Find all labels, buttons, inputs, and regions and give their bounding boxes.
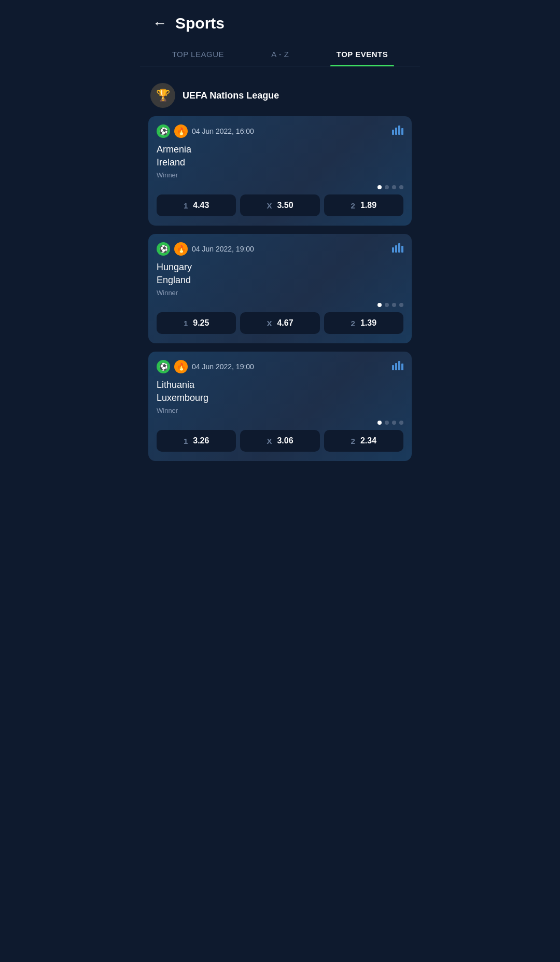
- svg-rect-4: [392, 247, 394, 253]
- svg-rect-3: [401, 128, 403, 135]
- svg-rect-10: [398, 361, 400, 370]
- bet-type: Winner: [157, 407, 403, 414]
- svg-rect-9: [395, 363, 397, 370]
- odds-value-1: 4.43: [193, 201, 209, 210]
- tab-bar: TOP LEAGUE A - Z TOP EVENTS: [140, 43, 420, 66]
- event-meta-left: ⚽ 🔥 04 Jun 2022, 19:00: [157, 242, 254, 256]
- dot-3: [392, 421, 396, 425]
- back-button[interactable]: ←: [152, 16, 167, 31]
- event-card-3: ⚽ 🔥 04 Jun 2022, 19:00 Lithuania Luxembo…: [148, 352, 412, 461]
- odds-btn-3[interactable]: 2 1.39: [324, 312, 403, 334]
- odds-label-3: 2: [351, 437, 355, 445]
- svg-rect-7: [401, 246, 403, 253]
- soccer-icon: ⚽: [157, 242, 170, 256]
- odds-label-3: 2: [351, 319, 355, 328]
- odds-btn-2[interactable]: X 4.67: [240, 312, 319, 334]
- pagination-dots: [157, 421, 403, 425]
- dot-2: [385, 421, 389, 425]
- dot-2: [385, 185, 389, 189]
- odds-btn-3[interactable]: 2 2.34: [324, 430, 403, 452]
- dot-3: [392, 185, 396, 189]
- odds-label-1: 1: [184, 437, 188, 445]
- league-icon: 🏆: [150, 83, 175, 108]
- odds-label-2: X: [267, 319, 272, 328]
- fire-icon: 🔥: [174, 242, 188, 256]
- svg-rect-0: [392, 130, 394, 135]
- fire-icon: 🔥: [174, 360, 188, 373]
- odds-label-1: 1: [184, 201, 188, 210]
- event-meta-left: ⚽ 🔥 04 Jun 2022, 19:00: [157, 360, 254, 373]
- odds-btn-1[interactable]: 1 9.25: [157, 312, 236, 334]
- odds-value-1: 3.26: [193, 436, 209, 445]
- odds-btn-2[interactable]: X 3.50: [240, 194, 319, 216]
- svg-rect-2: [398, 126, 400, 135]
- tab-a-z[interactable]: A - Z: [265, 43, 295, 66]
- odds-row: 1 3.26 X 3.06 2 2.34: [157, 430, 403, 452]
- pagination-dots: [157, 185, 403, 189]
- dot-4: [399, 303, 403, 307]
- odds-label-1: 1: [184, 319, 188, 328]
- event-time: 04 Jun 2022, 19:00: [192, 245, 254, 253]
- odds-btn-1[interactable]: 1 4.43: [157, 194, 236, 216]
- team2-name: Luxembourg: [157, 393, 403, 403]
- odds-row: 1 9.25 X 4.67 2 1.39: [157, 312, 403, 334]
- soccer-icon: ⚽: [157, 124, 170, 138]
- event-meta-left: ⚽ 🔥 04 Jun 2022, 16:00: [157, 124, 254, 138]
- odds-btn-1[interactable]: 1 3.26: [157, 430, 236, 452]
- event-meta: ⚽ 🔥 04 Jun 2022, 19:00: [157, 360, 403, 373]
- tab-top-league[interactable]: TOP LEAGUE: [166, 43, 230, 66]
- svg-rect-5: [395, 245, 397, 253]
- odds-value-2: 4.67: [277, 318, 293, 328]
- dot-3: [392, 303, 396, 307]
- team1-name: Armenia: [157, 144, 403, 155]
- svg-rect-1: [395, 128, 397, 135]
- svg-rect-11: [401, 364, 403, 370]
- tab-top-events[interactable]: TOP EVENTS: [330, 43, 394, 66]
- team2-name: England: [157, 275, 403, 286]
- dot-1: [377, 185, 382, 189]
- dot-1: [377, 421, 382, 425]
- odds-btn-2[interactable]: X 3.06: [240, 430, 319, 452]
- svg-rect-6: [398, 243, 400, 253]
- pagination-dots: [157, 303, 403, 307]
- odds-value-3: 2.34: [360, 436, 376, 445]
- team1-name: Lithuania: [157, 380, 403, 391]
- league-name: UEFA Nations League: [183, 90, 279, 101]
- event-card-1: ⚽ 🔥 04 Jun 2022, 16:00 Armenia Ireland W…: [148, 116, 412, 226]
- dot-1: [377, 303, 382, 307]
- team2-name: Ireland: [157, 157, 403, 168]
- fire-icon: 🔥: [174, 124, 188, 138]
- stats-icon[interactable]: [392, 243, 403, 255]
- odds-value-1: 9.25: [193, 318, 209, 328]
- svg-rect-8: [392, 365, 394, 370]
- event-card-2: ⚽ 🔥 04 Jun 2022, 19:00 Hungary England W…: [148, 234, 412, 343]
- league-header: 🏆 UEFA Nations League: [140, 79, 420, 116]
- page-title: Sports: [175, 15, 225, 32]
- dot-4: [399, 421, 403, 425]
- event-time: 04 Jun 2022, 19:00: [192, 363, 254, 371]
- dot-2: [385, 303, 389, 307]
- soccer-icon: ⚽: [157, 360, 170, 373]
- odds-label-2: X: [267, 201, 272, 210]
- team1-name: Hungary: [157, 262, 403, 273]
- odds-value-2: 3.50: [277, 201, 293, 210]
- dot-4: [399, 185, 403, 189]
- odds-row: 1 4.43 X 3.50 2 1.89: [157, 194, 403, 216]
- bet-type: Winner: [157, 171, 403, 179]
- odds-value-2: 3.06: [277, 436, 293, 445]
- event-meta: ⚽ 🔥 04 Jun 2022, 16:00: [157, 124, 403, 138]
- odds-label-3: 2: [351, 201, 355, 210]
- events-list: ⚽ 🔥 04 Jun 2022, 16:00 Armenia Ireland W…: [140, 116, 420, 461]
- header: ← Sports: [140, 0, 420, 43]
- event-time: 04 Jun 2022, 16:00: [192, 127, 254, 135]
- stats-icon[interactable]: [392, 126, 403, 137]
- event-meta: ⚽ 🔥 04 Jun 2022, 19:00: [157, 242, 403, 256]
- odds-label-2: X: [267, 437, 272, 445]
- odds-value-3: 1.39: [360, 318, 376, 328]
- bet-type: Winner: [157, 289, 403, 297]
- odds-value-3: 1.89: [360, 201, 376, 210]
- stats-icon[interactable]: [392, 361, 403, 373]
- odds-btn-3[interactable]: 2 1.89: [324, 194, 403, 216]
